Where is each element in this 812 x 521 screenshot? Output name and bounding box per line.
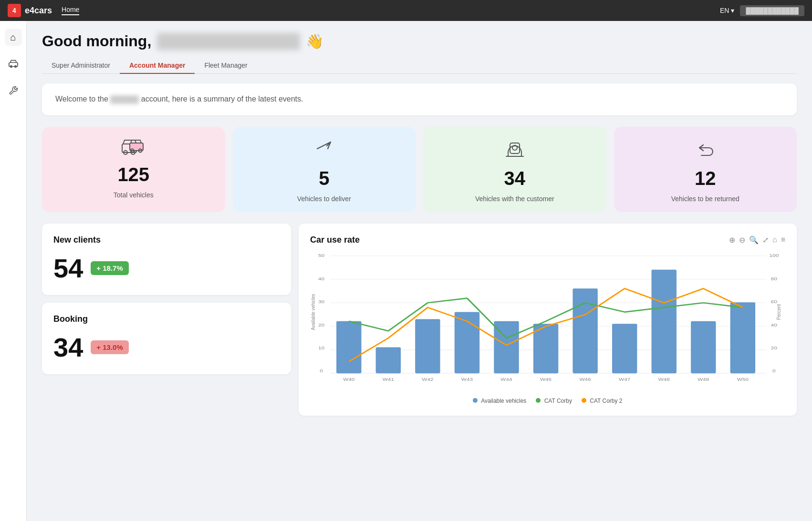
svg-rect-9 [510, 143, 520, 153]
legend-available: Available vehicles [473, 398, 526, 404]
customer-label: Vehicles with the customer [475, 195, 554, 203]
svg-text:W46: W46 [580, 377, 591, 382]
welcome-box: Welcome to the account, here is a summar… [42, 83, 797, 115]
nav-right: EN ▾ ████████████ [720, 5, 804, 16]
booking-value-row: 34 + 13.0% [53, 332, 280, 363]
stat-vehicles-deliver: 5 Vehicles to deliver [233, 127, 416, 212]
legend-cat-corby: CAT Corby [536, 398, 572, 404]
tab-fleet-manager[interactable]: Fleet Manager [195, 58, 257, 74]
new-clients-value: 54 [53, 253, 83, 284]
stat-cards: 125 Total vehicles 5 Vehicles to deliver [42, 127, 797, 212]
svg-text:W42: W42 [422, 377, 433, 382]
menu-icon[interactable]: ≡ [781, 235, 785, 245]
total-vehicles-number: 125 [117, 164, 149, 185]
total-vehicles-label: Total vehicles [114, 191, 154, 199]
svg-text:Percent: Percent [775, 304, 781, 320]
chart-legend: Available vehicles CAT Corby CAT Corby 2 [310, 398, 785, 404]
account-name-blurred [110, 95, 139, 104]
svg-text:W47: W47 [619, 377, 630, 382]
svg-rect-30 [376, 347, 401, 373]
customer-icon [504, 138, 525, 162]
tab-super-admin[interactable]: Super Administrator [42, 58, 120, 74]
chart-area: 50 40 30 20 10 0 100 80 60 40 20 0 [310, 251, 785, 394]
role-tabs: Super Administrator Account Manager Flee… [42, 58, 797, 74]
return-number: 12 [695, 168, 716, 189]
svg-text:40: 40 [771, 322, 777, 327]
deliver-label: Vehicles to deliver [297, 195, 351, 203]
svg-text:40: 40 [318, 276, 324, 281]
legend-dot-available [473, 398, 478, 403]
greeting-text: Good morning, [42, 32, 151, 50]
greeting: Good morning, 👋 [42, 32, 797, 50]
zoom-in-icon[interactable]: ⊕ [729, 235, 735, 245]
top-navigation: 4 e4cars Home EN ▾ ████████████ [0, 0, 812, 21]
home-link[interactable]: Home [62, 6, 79, 15]
left-metrics: New clients 54 + 18.7% Booking 34 + 13.0… [42, 224, 291, 416]
home-chart-icon[interactable]: ⌂ [772, 235, 777, 245]
svg-text:30: 30 [318, 299, 324, 304]
total-vehicles-icon [121, 138, 146, 158]
chart-panel: Car use rate ⊕ ⊖ 🔍 ⤢ ⌂ ≡ 50 40 [299, 224, 797, 416]
welcome-text-after: account, here is a summary of the latest… [141, 95, 303, 103]
svg-rect-35 [573, 288, 597, 373]
legend-dot-cat-corby [536, 398, 541, 403]
zoom-out-icon[interactable]: ⊖ [739, 235, 745, 245]
language-selector[interactable]: EN ▾ [720, 7, 734, 14]
legend-dot-cat-corby2 [582, 398, 586, 403]
svg-text:100: 100 [770, 253, 779, 258]
main-content: Good morning, 👋 Super Administrator Acco… [27, 21, 812, 521]
customer-number: 34 [504, 168, 526, 189]
sidebar-item-home[interactable]: ⌂ [5, 29, 22, 46]
username-blurred [157, 33, 300, 50]
bottom-section: New clients 54 + 18.7% Booking 34 + 13.0… [42, 224, 797, 416]
new-clients-card: New clients 54 + 18.7% [42, 224, 291, 295]
svg-text:0: 0 [772, 368, 776, 373]
brand-logo: 4 e4cars [8, 4, 52, 17]
svg-text:0: 0 [320, 368, 323, 373]
brand-icon: 4 [8, 4, 21, 17]
booking-title: Booking [53, 314, 280, 324]
svg-rect-39 [730, 302, 755, 373]
sidebar: ⌂ [0, 21, 27, 521]
svg-text:W45: W45 [540, 377, 552, 382]
svg-rect-37 [652, 269, 677, 373]
new-clients-value-row: 54 + 18.7% [53, 253, 280, 284]
welcome-text-before: Welcome to the [55, 95, 108, 103]
sidebar-item-tools[interactable] [5, 82, 22, 99]
svg-text:Available vehicles: Available vehicles [310, 294, 316, 330]
stat-vehicles-return: 12 Vehicles to be returned [614, 127, 797, 212]
svg-rect-31 [415, 319, 440, 373]
booking-value: 34 [53, 332, 83, 363]
svg-text:W50: W50 [737, 377, 749, 382]
main-layout: ⌂ Good morning, 👋 Super Administrator [0, 21, 812, 521]
svg-text:W43: W43 [461, 377, 473, 382]
user-menu[interactable]: ████████████ [740, 5, 804, 16]
expand-icon[interactable]: ⤢ [762, 235, 769, 245]
brand-name: e4cars [25, 6, 52, 16]
svg-text:W48: W48 [658, 377, 670, 382]
chart-header: Car use rate ⊕ ⊖ 🔍 ⤢ ⌂ ≡ [310, 235, 785, 245]
return-label: Vehicles to be returned [671, 195, 739, 203]
svg-text:80: 80 [771, 276, 777, 281]
stat-total-vehicles: 125 Total vehicles [42, 127, 225, 212]
svg-text:W49: W49 [697, 377, 709, 382]
svg-text:W41: W41 [383, 377, 394, 382]
sidebar-item-vehicles[interactable] [5, 55, 22, 72]
legend-cat-corby2: CAT Corby 2 [582, 398, 623, 404]
stat-vehicles-customer: 34 Vehicles with the customer [423, 127, 606, 212]
svg-rect-36 [612, 324, 637, 373]
deliver-icon [313, 138, 334, 162]
svg-text:20: 20 [318, 322, 324, 327]
wave-emoji: 👋 [306, 33, 323, 50]
svg-text:20: 20 [771, 345, 777, 350]
svg-rect-29 [336, 321, 361, 373]
tab-account-manager[interactable]: Account Manager [120, 58, 195, 74]
chart-svg: 50 40 30 20 10 0 100 80 60 40 20 0 [310, 251, 785, 394]
search-icon[interactable]: 🔍 [749, 235, 759, 245]
svg-rect-38 [691, 321, 716, 373]
return-icon [695, 138, 716, 162]
svg-text:10: 10 [318, 345, 324, 350]
new-clients-badge: + 18.7% [91, 261, 128, 275]
new-clients-title: New clients [53, 235, 280, 245]
chart-title: Car use rate [310, 235, 360, 245]
